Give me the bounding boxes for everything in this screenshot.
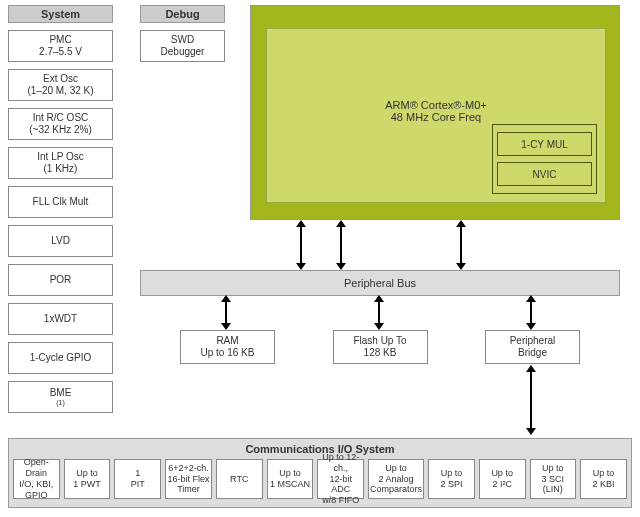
comms-i2c: Up to2 I²C bbox=[479, 459, 526, 499]
arrow-core-bus-2 bbox=[340, 225, 342, 265]
comms-adc: Up to 12-ch.,12-bit ADCw/8 FIFO bbox=[317, 459, 364, 499]
arrow-bridge-comms bbox=[530, 370, 532, 430]
peripheral-bus: Peripheral Bus bbox=[140, 270, 620, 296]
bridge-box: PeripheralBridge bbox=[485, 330, 580, 364]
system-int-lp-osc: Int LP Osc(1 KHz) bbox=[8, 147, 113, 179]
debug-column: Debug SWDDebugger bbox=[140, 5, 225, 62]
system-fll: FLL Clk Mult bbox=[8, 186, 113, 218]
system-int-rc-osc: Int R/C OSC(~32 KHz 2%) bbox=[8, 108, 113, 140]
arrow-bus-ram bbox=[225, 300, 227, 325]
core-inner: ARM® Cortex®-M0+ 48 MHz Core Freq 1-CY M… bbox=[266, 28, 606, 203]
core-mul: 1-CY MUL bbox=[497, 132, 592, 156]
comms-sci: Up to3 SCI(LIN) bbox=[530, 459, 577, 499]
comms-flextimer: 6+2+2-ch.16-bit FlexTimer bbox=[165, 459, 212, 499]
arrow-core-bus-1 bbox=[300, 225, 302, 265]
comms-comparators: Up to2 AnalogComparators bbox=[368, 459, 424, 499]
comms-pwt: Up to1 PWT bbox=[64, 459, 111, 499]
ram-box: RAMUp to 16 KB bbox=[180, 330, 275, 364]
memory-row: RAMUp to 16 KB Flash Up To128 KB Periphe… bbox=[180, 330, 580, 364]
system-por: POR bbox=[8, 264, 113, 296]
comms-rtc: RTC bbox=[216, 459, 263, 499]
system-header: System bbox=[8, 5, 113, 23]
system-pmc: PMC2.7–5.5 V bbox=[8, 30, 113, 62]
system-lvd: LVD bbox=[8, 225, 113, 257]
core-sub-group: 1-CY MUL NVIC bbox=[492, 124, 597, 194]
debug-swd: SWDDebugger bbox=[140, 30, 225, 62]
arrow-bus-bridge bbox=[530, 300, 532, 325]
core-label: ARM® Cortex®-M0+ 48 MHz Core Freq bbox=[267, 99, 605, 123]
system-column: System PMC2.7–5.5 V Ext Osc(1–20 M, 32 K… bbox=[8, 5, 113, 413]
arrow-core-bus-3 bbox=[460, 225, 462, 265]
comms-mscan: Up to1 MSCAN bbox=[267, 459, 314, 499]
comms-section: Communications I/O System Open-DrainI/O,… bbox=[8, 438, 632, 508]
comms-row: Open-DrainI/O, KBI,GPIO Up to1 PWT 1PIT … bbox=[9, 459, 631, 499]
system-gpio: 1-Cycle GPIO bbox=[8, 342, 113, 374]
system-bme: BME(1) bbox=[8, 381, 113, 413]
arrow-bus-flash bbox=[378, 300, 380, 325]
core-nvic: NVIC bbox=[497, 162, 592, 186]
comms-gpio: Open-DrainI/O, KBI,GPIO bbox=[13, 459, 60, 499]
system-ext-osc: Ext Osc(1–20 M, 32 K) bbox=[8, 69, 113, 101]
flash-box: Flash Up To128 KB bbox=[333, 330, 428, 364]
comms-kbi: Up to2 KBI bbox=[580, 459, 627, 499]
system-wdt: 1xWDT bbox=[8, 303, 113, 335]
comms-pit: 1PIT bbox=[114, 459, 161, 499]
debug-header: Debug bbox=[140, 5, 225, 23]
comms-spi: Up to2 SPI bbox=[428, 459, 475, 499]
core-block: ARM® Cortex®-M0+ 48 MHz Core Freq 1-CY M… bbox=[250, 5, 620, 220]
